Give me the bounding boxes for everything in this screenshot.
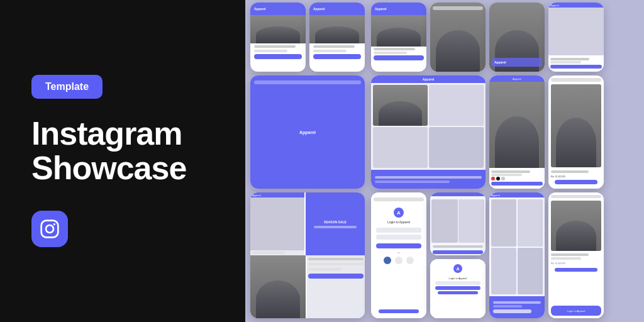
phone-screen-11: Apparel (489, 3, 545, 72)
instagram-svg (40, 219, 60, 239)
avatar-8: A (394, 208, 404, 218)
phone-screen-13: Apparel (489, 75, 545, 189)
left-panel: Template Instagram Showcase (0, 0, 245, 322)
or-label: or (397, 251, 400, 254)
sale-label: SEASON SALE (324, 220, 347, 224)
phone-screen-3: Apparel (250, 75, 365, 189)
phone-screen-5: Apparel (371, 3, 426, 72)
app-label-12: Apparel (550, 4, 559, 7)
login-label-16: Login to Apparel (567, 309, 586, 313)
phone-screen-1: Apparel (250, 3, 306, 72)
app-label-1: Apparel (254, 7, 266, 11)
phone-screen-8: A Login to Apparel or (371, 192, 426, 318)
phone-screen-2: Apparel (309, 3, 365, 72)
phone-screen-9 (430, 192, 486, 255)
instagram-icon (31, 211, 68, 247)
svg-point-1 (46, 225, 53, 233)
price-label-14: Rs. 9,521.00 (551, 175, 565, 178)
apparel-label-3: Apparel (299, 130, 316, 135)
phone-screen-14: Rs. 9,521.00 (548, 75, 604, 189)
login-label: Login to Apparel (387, 220, 410, 224)
svg-point-2 (53, 223, 55, 225)
phone-screen-7: Apparel (371, 75, 486, 189)
price-label-16: Rs. 9,521.00 (551, 262, 601, 265)
app-label-5: Apparel (375, 7, 387, 11)
avatar-10: A (453, 264, 462, 273)
phone-screen-12: Apparel (548, 3, 604, 72)
app-label-7: Apparel (423, 77, 435, 81)
app-label-13: Apparel (513, 77, 521, 80)
phone-screen-10: A Login to Apparel (430, 259, 486, 318)
phone-screen-6 (430, 3, 486, 72)
phone-screen-15: Apparel (489, 192, 545, 318)
template-badge: Template (31, 75, 103, 99)
svg-rect-0 (42, 220, 58, 237)
phone-screen-4: Apparel SEASON SALE (250, 192, 365, 318)
phone-screen-16: Rs. 9,521.00 Login to Apparel (548, 192, 604, 318)
app-label-15: Apparel (491, 194, 500, 197)
login-label-10: Login to Apparel (449, 277, 467, 280)
main-title: Instagram Showcase (31, 116, 214, 185)
app-label-2: Apparel (313, 7, 325, 11)
app-label-11: Apparel (494, 60, 506, 64)
sub-label-1: Apparel (252, 194, 261, 197)
right-panel: Apparel Apparel Apparel (245, 0, 644, 322)
